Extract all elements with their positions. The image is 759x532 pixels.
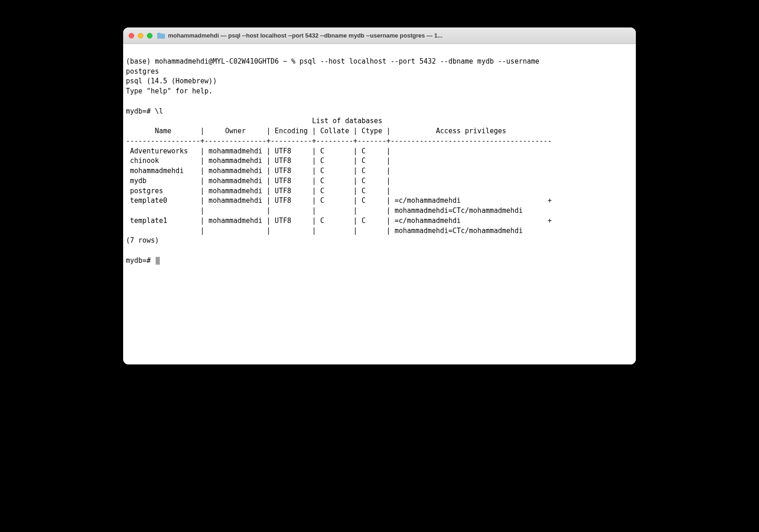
traffic-lights — [129, 33, 152, 38]
table-header: Name | Owner | Encoding | Collate | Ctyp… — [126, 127, 552, 135]
shell-prompt-continuation: postgres — [126, 67, 159, 76]
table-row: | | | | | mohammadmehdi=CTc/mohammadmehd… — [126, 206, 523, 215]
folder-icon — [157, 33, 165, 39]
table-rowcount: (7 rows) — [126, 236, 159, 244]
terminal-body[interactable]: (base) mohammadmehdi@MYL-C02W410GHTD6 ~ … — [123, 44, 636, 364]
table-row: mohammadmehdi | mohammadmehdi | UTF8 | C… — [126, 167, 395, 175]
psql-prompt: mydb=# — [126, 256, 155, 265]
table-row: template1 | mohammadmehdi | UTF8 | C | C… — [126, 217, 552, 225]
table-separator: ------------------+---------------+-----… — [126, 137, 552, 145]
table-row: Adventureworks | mohammadmehdi | UTF8 | … — [126, 147, 395, 155]
table-title: List of databases — [126, 117, 382, 125]
shell-prompt-line: (base) mohammadmehdi@MYL-C02W410GHTD6 ~ … — [126, 57, 543, 65]
psql-help-hint: Type "help" for help. — [126, 87, 213, 95]
close-button[interactable] — [129, 33, 134, 38]
table-row: mydb | mohammadmehdi | UTF8 | C | C | — [126, 177, 395, 185]
psql-version: psql (14.5 (Homebrew)) — [126, 77, 217, 85]
table-row: template0 | mohammadmehdi | UTF8 | C | C… — [126, 196, 552, 205]
table-row: chinook | mohammadmehdi | UTF8 | C | C | — [126, 157, 395, 165]
terminal-window: mohammadmehdi — psql --host localhost --… — [123, 27, 636, 364]
minimize-button[interactable] — [138, 33, 143, 38]
table-row: postgres | mohammadmehdi | UTF8 | C | C … — [126, 187, 395, 195]
window-title: mohammadmehdi — psql --host localhost --… — [168, 32, 630, 39]
titlebar[interactable]: mohammadmehdi — psql --host localhost --… — [123, 27, 636, 44]
cursor — [156, 257, 160, 265]
psql-prompt-command: mydb=# \l — [126, 107, 163, 115]
zoom-button[interactable] — [147, 33, 152, 38]
table-row: | | | | | mohammadmehdi=CTc/mohammadmehd… — [126, 227, 523, 235]
